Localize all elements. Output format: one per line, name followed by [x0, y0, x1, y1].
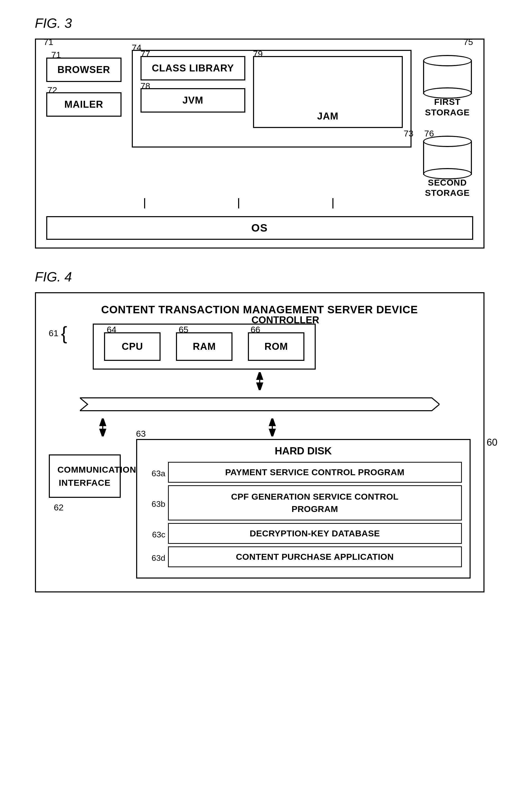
fig4-ref-61: 61 — [49, 328, 59, 338]
hard-disk-wrapper: 63 HARD DISK 63a PAYMENT SERVICE CONTROL… — [136, 439, 471, 579]
fig4-bottom: COMMUNICATIONINTERFACE 62 63 HARD DISK 6… — [49, 439, 471, 579]
fig4-ref-66: 66 — [250, 325, 260, 335]
class-library-wrapper: 77 CLASS LIBRARY — [140, 56, 245, 80]
hd-row-text-63c: DECRYPTION-KEY DATABASE — [168, 523, 462, 544]
fig3-ref-73: 73 — [404, 129, 414, 138]
fig3-outer-box: 71 75 71 BROWSER 72 MAILER — [35, 39, 484, 248]
double-arrow-svg-3 — [265, 418, 280, 436]
first-storage-cylinder: FIRST STORAGE — [422, 55, 473, 118]
hard-disk-title: HARD DISK — [145, 445, 462, 457]
os-label: OS — [251, 222, 268, 234]
fig4-wrapper: FIG. 4 60 CONTENT TRANSACTION MANAGEMENT… — [35, 269, 497, 593]
fig3-right-col: FIRST STORAGE 73 76 SECOND STORAGE — [422, 55, 473, 198]
cpu-label: CPU — [122, 341, 143, 352]
fig3-ref-71: 71 — [44, 37, 53, 47]
cpu-box: CPU — [104, 332, 160, 361]
controller-box: 64 CPU 65 RAM — [93, 323, 316, 370]
second-storage-label: SECOND STORAGE — [422, 177, 473, 199]
fig3-ref-72: 72 — [48, 85, 57, 95]
hd-row-text-63a: PAYMENT SERVICE CONTROL PROGRAM — [168, 462, 462, 483]
browser-label: BROWSER — [58, 64, 110, 75]
hd-content-63c: DECRYPTION-KEY DATABASE — [168, 523, 462, 546]
second-storage-cylinder: 73 76 SECOND STORAGE — [422, 136, 473, 199]
fig4-ref-63: 63 — [136, 429, 146, 439]
controller-label: CONTROLLER — [251, 315, 319, 326]
fig3-ref-75: 75 — [463, 37, 473, 47]
fig4-outer-box: 60 CONTENT TRANSACTION MANAGEMENT SERVER… — [35, 292, 484, 593]
hd-row-text-63b: CPF GENERATION SERVICE CONTROLPROGRAM — [168, 485, 462, 521]
ram-box: RAM — [176, 332, 232, 361]
rom-label: ROM — [265, 341, 288, 352]
comm-interface-label: COMMUNICATIONINTERFACE — [58, 465, 136, 487]
bus-shape — [80, 395, 439, 413]
arrow-right-col — [265, 418, 280, 436]
jam-wrapper: 79 JAM — [253, 56, 403, 128]
ram-label: RAM — [193, 341, 216, 352]
fig4-ref61-group: 61 { — [49, 323, 67, 343]
browser-box: BROWSER — [46, 58, 121, 82]
hd-content-63d: CONTENT PURCHASE APPLICATION — [168, 546, 462, 570]
connector-line-3 — [332, 198, 334, 208]
rom-wrapper: 66 ROM — [248, 332, 304, 361]
fig3-mid-box: 77 CLASS LIBRARY 78 JVM — [132, 50, 412, 148]
controller-box-wrapper: CONTROLLER 64 CPU 65 — [72, 323, 470, 370]
fig3-title: FIG. 3 — [35, 15, 72, 31]
hd-ref-63a: 63a — [145, 469, 168, 478]
hd-row-63d: 63d CONTENT PURCHASE APPLICATION — [145, 546, 462, 570]
bus-svg — [80, 395, 439, 413]
rom-box: ROM — [248, 332, 304, 361]
fig4-ref-60: 60 — [487, 437, 497, 448]
fig3-mid-left: 77 CLASS LIBRARY 78 JVM — [140, 56, 245, 113]
hd-row-63c: 63c DECRYPTION-KEY DATABASE — [145, 523, 462, 546]
connector-line-2 — [238, 198, 239, 208]
cpu-wrapper: 64 CPU — [104, 332, 160, 361]
double-arrow-svg-2 — [95, 418, 111, 436]
hd-ref-63d: 63d — [145, 554, 168, 563]
fig3-wrapper: FIG. 3 71 75 71 BROWSER 72 MAILER — [35, 15, 497, 248]
fig3-mid-wrapper: 74 77 CLASS LIBRARY — [132, 50, 412, 148]
fig4-controller-section: 61 { CONTROLLER 64 CPU — [49, 323, 471, 370]
double-arrow-svg-1 — [252, 372, 267, 390]
hd-row-text-63d: CONTENT PURCHASE APPLICATION — [168, 546, 462, 567]
hd-content-63b: CPF GENERATION SERVICE CONTROLPROGRAM — [168, 485, 462, 523]
fig4-ref-64: 64 — [107, 325, 116, 335]
page-container: FIG. 3 71 75 71 BROWSER 72 MAILER — [0, 0, 532, 806]
bus-row — [49, 395, 471, 413]
class-library-label: CLASS LIBRARY — [152, 63, 234, 74]
comm-interface-box: COMMUNICATIONINTERFACE — [49, 454, 121, 498]
hd-row-63a: 63a PAYMENT SERVICE CONTROL PROGRAM — [145, 462, 462, 485]
jvm-label: JVM — [183, 95, 203, 106]
cyl-top-1 — [423, 55, 472, 66]
arrow-left-col — [95, 418, 111, 436]
comm-interface-col: COMMUNICATIONINTERFACE 62 — [49, 439, 121, 512]
fig3-content: 71 BROWSER 72 MAILER 74 — [46, 50, 473, 198]
mailer-label: MAILER — [64, 99, 103, 110]
fig3-ref-71-inline: 71 — [51, 50, 61, 60]
fig3-left-col: 71 BROWSER 72 MAILER — [46, 58, 121, 117]
jvm-wrapper: 78 JVM — [140, 88, 245, 113]
cyl-bottom-2 — [423, 168, 472, 180]
fig3-ref-77: 77 — [140, 49, 150, 59]
cyl-bottom-1 — [423, 87, 472, 99]
first-storage-label: FIRST STORAGE — [422, 97, 473, 118]
ram-wrapper: 65 RAM — [176, 332, 232, 361]
hd-row-63b: 63b CPF GENERATION SERVICE CONTROLPROGRA… — [145, 485, 462, 523]
jvm-box: JVM — [140, 88, 245, 113]
hd-ref-63c: 63c — [145, 530, 168, 540]
fig4-title: FIG. 4 — [35, 269, 72, 284]
os-bar: OS — [46, 216, 473, 240]
cyl-top-2 — [423, 136, 472, 147]
fig4-ref-62: 62 — [54, 503, 64, 512]
hd-ref-63b: 63b — [145, 500, 168, 509]
hd-content-63a: PAYMENT SERVICE CONTROL PROGRAM — [168, 462, 462, 485]
arrow-ctrl-to-bus — [49, 372, 471, 390]
arrows-below-bus — [49, 418, 471, 436]
hard-disk-box: HARD DISK 63a PAYMENT SERVICE CONTROL PR… — [136, 439, 471, 579]
jam-box: JAM — [253, 56, 403, 128]
mailer-box: MAILER — [46, 92, 121, 117]
svg-marker-3 — [80, 398, 439, 411]
class-library-box: CLASS LIBRARY — [140, 56, 245, 80]
fig4-outer-title: CONTENT TRANSACTION MANAGEMENT SERVER DE… — [49, 303, 471, 316]
fig4-controller-row: 61 { CONTROLLER 64 CPU — [49, 323, 471, 370]
fig3-connectors — [98, 198, 380, 208]
